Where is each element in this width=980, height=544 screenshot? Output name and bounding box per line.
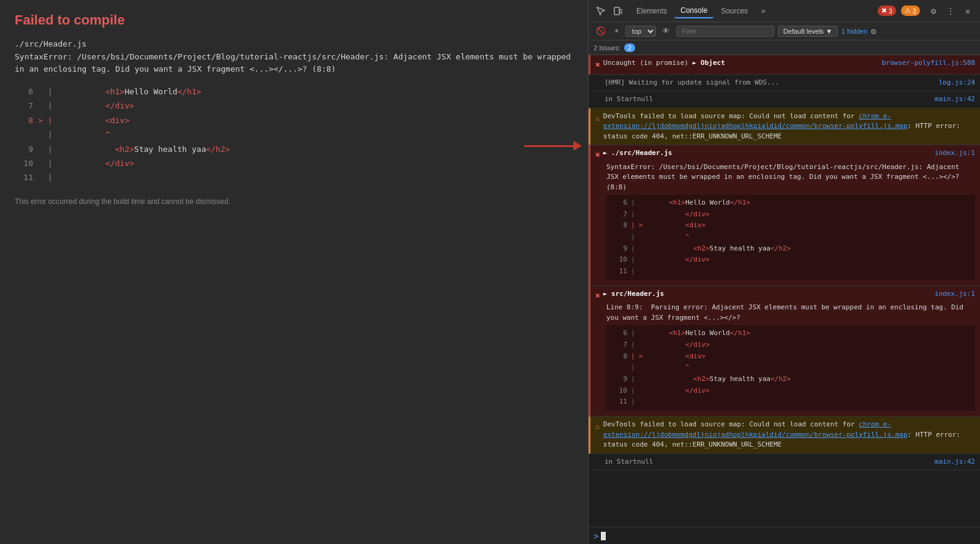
console-settings-icon[interactable]: ⚙ bbox=[871, 26, 876, 36]
filter-input[interactable] bbox=[676, 26, 774, 37]
console-input-line[interactable]: > bbox=[589, 527, 980, 544]
code-line-7: 7 | </div> bbox=[15, 99, 573, 113]
msg-devtools-warning-2: ⚠ DevTools failed to load source map: Co… bbox=[589, 417, 980, 454]
code-line-10: 10 | </div> bbox=[15, 156, 573, 170]
error-icon-3: ✖ bbox=[595, 290, 600, 302]
issues-label: 2 Issues: bbox=[594, 44, 620, 51]
settings-icon[interactable]: ⚙ bbox=[926, 4, 941, 18]
close-devtools-icon[interactable]: ✕ bbox=[960, 4, 975, 18]
error-icon-2: ✖ bbox=[595, 149, 600, 161]
console-toolbar: 🚫 ☀ top 👁 Default levels ▼ 1 hidden ⚙ bbox=[589, 22, 980, 40]
tab-console[interactable]: Console bbox=[674, 4, 714, 18]
error-file: ./src/Header.js bbox=[15, 39, 573, 48]
console-prompt: > bbox=[594, 531, 598, 541]
code-line-11: 11 | bbox=[15, 170, 573, 184]
inspect-element-icon[interactable] bbox=[594, 4, 608, 18]
issues-bar: 2 Issues: 2 bbox=[589, 40, 980, 55]
msg-source-header1[interactable]: index.js:1 bbox=[935, 148, 975, 159]
line-num-10: 10 bbox=[15, 156, 33, 170]
code-line-6: 6 | <h1>Hello World</h1> bbox=[15, 85, 573, 99]
code-block-msg1: 6| <h1>Hello World</h1> 7| </div> 8|> <d… bbox=[606, 195, 975, 280]
issues-count-badge: 2 bbox=[624, 43, 635, 52]
error-count-badge: ✖ 3 bbox=[878, 6, 896, 16]
eye-icon[interactable]: 👁 bbox=[660, 25, 673, 37]
line-indicator-6 bbox=[38, 85, 45, 99]
default-levels-button[interactable]: Default levels ▼ bbox=[778, 26, 838, 37]
msg-devtools-warning-1: ⚠ DevTools failed to load source map: Co… bbox=[589, 108, 980, 146]
compile-error-title: Failed to compile bbox=[15, 12, 573, 28]
svg-rect-0 bbox=[614, 7, 619, 15]
clear-console-icon[interactable]: 🚫 bbox=[594, 25, 608, 37]
msg-source-1[interactable]: browser-polyfill.js:588 bbox=[882, 58, 975, 69]
line-num-11: 11 bbox=[15, 170, 33, 184]
svg-rect-1 bbox=[620, 9, 622, 13]
link-2[interactable]: chrom e-extension://ljdobmomdgdljniojadh… bbox=[603, 420, 908, 439]
msg-source-header2[interactable]: index.js:1 bbox=[935, 289, 975, 300]
msg-header-error-1: ✖ ► ./src/Header.js index.js:1 SyntaxErr… bbox=[589, 145, 980, 286]
device-mode-icon[interactable] bbox=[611, 4, 625, 18]
code-block-left: 6 | <h1>Hello World</h1> 7 | </div> 8 > … bbox=[15, 85, 573, 185]
line-num-7: 7 bbox=[15, 99, 33, 113]
devtools-tabs: Elements Console Sources » bbox=[630, 4, 772, 18]
msg-uncaught-promise: ✖ Uncaught (in promise) ► Object browser… bbox=[589, 55, 980, 75]
msg-startnull-2: in Startnull main.js:42 bbox=[589, 454, 980, 471]
more-options-icon[interactable]: ⋮ bbox=[943, 4, 958, 18]
tab-elements[interactable]: Elements bbox=[630, 4, 673, 18]
tab-sources[interactable]: Sources bbox=[715, 4, 754, 18]
devtools-topbar: Elements Console Sources » ✖ 3 ⚠ 2 ⚙ ⋮ ✕ bbox=[589, 0, 980, 22]
error-message: SyntaxError: /Users/bsi/Documents/Projec… bbox=[15, 51, 573, 75]
error-footer: This error occurred during the build tim… bbox=[15, 197, 573, 206]
code-block-msg2: 6| <h1>Hello World</h1> 7| </div> 8|> <d… bbox=[606, 325, 975, 410]
devtools-panel: Elements Console Sources » ✖ 3 ⚠ 2 ⚙ ⋮ ✕… bbox=[588, 0, 980, 544]
msg-source-hmr[interactable]: log.js:24 bbox=[938, 78, 975, 88]
link-1[interactable]: chrom e-extension://ljdobmomdgdljniojadh… bbox=[603, 112, 908, 130]
msg-source-startnull1[interactable]: main.js:42 bbox=[935, 94, 975, 105]
warning-count-badge: ⚠ 2 bbox=[901, 6, 920, 16]
line-num-6: 6 bbox=[15, 85, 33, 99]
top-context-select[interactable]: top bbox=[625, 26, 656, 37]
msg-startnull-1: in Startnull main.js:42 bbox=[589, 91, 980, 108]
console-messages[interactable]: ✖ Uncaught (in promise) ► Object browser… bbox=[589, 55, 980, 527]
msg-hmr: [HMR] Waiting for update signal from WDS… bbox=[589, 75, 980, 92]
msg-source-startnull2[interactable]: main.js:42 bbox=[935, 457, 975, 467]
code-line-8: 8 > | <div> bbox=[15, 113, 573, 127]
warning-icon-1: ⚠ bbox=[595, 112, 600, 124]
console-cursor bbox=[601, 532, 606, 540]
left-panel: Failed to compile ./src/Header.js Syntax… bbox=[0, 0, 588, 544]
error-icon: ✖ bbox=[595, 59, 600, 71]
tab-more[interactable]: » bbox=[755, 4, 772, 18]
code-line-9: 9 | <h2>Stay health yaa</h2> bbox=[15, 142, 573, 156]
hidden-count: 1 hidden bbox=[842, 28, 867, 35]
line-num-8: 8 bbox=[15, 113, 33, 127]
msg-header-error-2: ✖ ► src/Header.js index.js:1 Line 8:9: P… bbox=[589, 286, 980, 417]
code-caret: | ^ bbox=[15, 127, 573, 142]
warning-icon-2: ⚠ bbox=[595, 420, 600, 433]
arrow bbox=[524, 141, 582, 151]
filter-icon[interactable]: ☀ bbox=[612, 25, 622, 37]
line-num-9: 9 bbox=[15, 142, 33, 156]
